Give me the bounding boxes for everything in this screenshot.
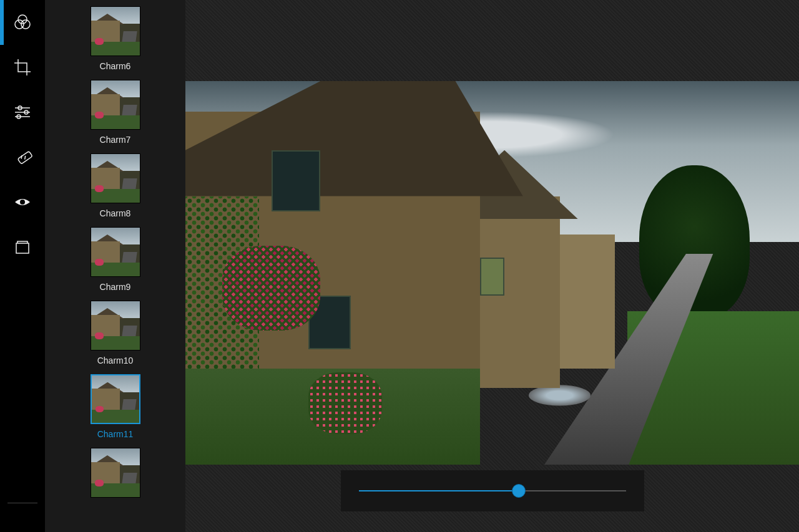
filter-item-charm10[interactable]: Charm10 xyxy=(91,301,140,365)
filter-label: Charm8 xyxy=(100,208,131,218)
svg-line-11 xyxy=(23,156,27,160)
rail-redeye[interactable] xyxy=(0,180,45,225)
heal-icon xyxy=(12,147,32,167)
filter-item-charm8[interactable]: Charm8 xyxy=(91,153,140,218)
filter-item-next[interactable] xyxy=(91,448,140,498)
filter-label: Charm11 xyxy=(97,429,134,439)
canvas-area xyxy=(185,0,799,532)
image-preview[interactable] xyxy=(185,81,799,465)
filter-item-charm6[interactable]: Charm6 xyxy=(91,6,140,71)
filter-thumb xyxy=(91,227,140,277)
rail-adjust[interactable] xyxy=(0,90,45,135)
svg-point-12 xyxy=(20,200,25,205)
redeye-icon xyxy=(12,192,32,212)
filter-item-charm7[interactable]: Charm7 xyxy=(91,80,140,145)
slider-thumb[interactable] xyxy=(512,484,526,498)
filter-item-charm11[interactable]: Charm11 xyxy=(91,374,140,439)
rail-settings[interactable] xyxy=(0,507,45,532)
rail-crop[interactable] xyxy=(0,45,45,90)
settings-icon xyxy=(13,507,32,526)
rail-frames[interactable] xyxy=(0,225,45,269)
svg-rect-13 xyxy=(16,243,29,253)
filter-thumb xyxy=(91,80,140,130)
slider-track xyxy=(359,490,626,491)
filter-label: Charm10 xyxy=(97,355,134,365)
filter-label: Charm7 xyxy=(100,135,131,145)
rail-filters[interactable] xyxy=(0,0,45,45)
slider-fill xyxy=(359,490,519,491)
filter-thumb xyxy=(91,374,140,424)
tool-rail xyxy=(0,0,45,532)
filter-thumb xyxy=(91,153,140,203)
crop-icon xyxy=(12,57,32,77)
filters-icon xyxy=(12,12,32,32)
filter-panel: Charm6 Charm7 Charm8 Charm9 Charm10 xyxy=(45,0,185,532)
filter-label: Charm9 xyxy=(100,282,131,292)
rail-heal[interactable] xyxy=(0,135,45,180)
svg-point-2 xyxy=(21,20,30,29)
intensity-slider[interactable] xyxy=(341,470,644,511)
filter-thumb xyxy=(91,301,140,351)
filter-thumb xyxy=(91,6,140,56)
frames-icon xyxy=(12,237,32,257)
filter-label: Charm6 xyxy=(100,61,131,71)
filter-thumb xyxy=(91,448,140,498)
adjust-icon xyxy=(12,102,32,122)
svg-point-0 xyxy=(18,15,27,24)
filter-item-charm9[interactable]: Charm9 xyxy=(91,227,140,292)
svg-point-14 xyxy=(19,513,25,519)
rail-divider xyxy=(7,503,37,503)
